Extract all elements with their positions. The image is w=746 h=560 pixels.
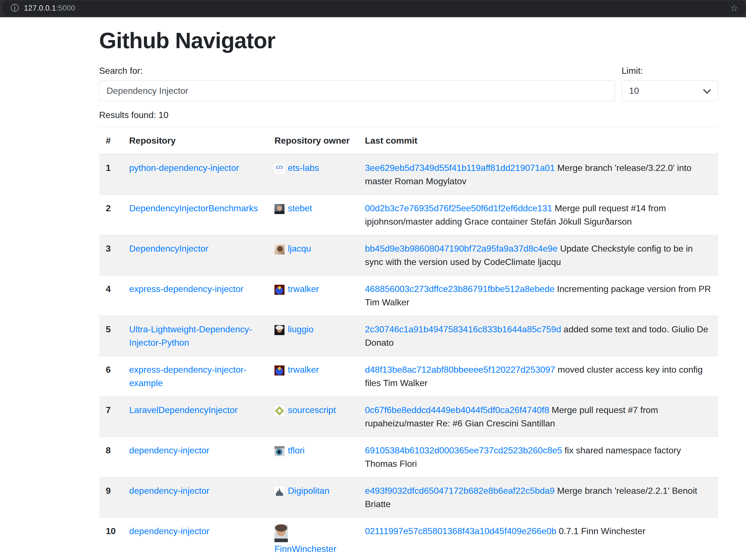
limit-group: Limit: 10 — [622, 66, 718, 101]
repo-link[interactable]: dependency-injector — [129, 526, 209, 536]
limit-select-wrap: 10 — [622, 81, 718, 101]
commit-hash-link[interactable]: 69105384b61032d000365ee737cd2523b260c8e5 — [365, 445, 562, 455]
row-number: 10 — [99, 518, 122, 560]
address-bar[interactable]: ⓘ 127.0.0.1:5000 ☆ — [3, 1, 746, 16]
commit-hash-link[interactable]: 02111997e57c85801368f43a10d45f409e266e0b — [365, 526, 556, 536]
owner-avatar — [275, 446, 285, 456]
commit-cell: bb45d9e3b98608047190bf72a95fa9a37d8c4e9e… — [358, 235, 718, 275]
repo-cell: dependency-injector — [122, 437, 268, 477]
search-form: Search for: Limit: 10 — [99, 66, 718, 101]
row-number: 1 — [99, 154, 122, 195]
repo-cell: express-dependency-injector-example — [122, 356, 268, 396]
owner-avatar — [275, 325, 285, 335]
search-input[interactable] — [99, 81, 615, 101]
repo-cell: dependency-injector — [122, 477, 268, 518]
commit-cell: 69105384b61032d000365ee737cd2523b260c8e5… — [358, 437, 718, 477]
owner-avatar — [275, 244, 285, 255]
repo-cell: express-dependency-injector — [122, 275, 268, 316]
owner-link[interactable]: ljacqu — [288, 243, 311, 254]
results-table-body: 1python-dependency-injectorets-labs3ee62… — [99, 154, 718, 560]
owner-avatar — [275, 285, 285, 295]
owner-link[interactable]: trwalker — [288, 284, 319, 294]
results-table: # Repository Repository owner Last commi… — [99, 127, 718, 560]
owner-link[interactable]: Digipolitan — [288, 486, 329, 496]
commit-hash-link[interactable]: d48f13be8ac712abf80bbeeee5f120227d253097 — [365, 364, 555, 375]
repo-link[interactable]: Ultra-Lightweight-Dependency-Injector-Py… — [129, 324, 252, 348]
repo-link[interactable]: express-dependency-injector — [129, 284, 243, 294]
repo-cell: python-dependency-injector — [122, 154, 268, 195]
table-row: 7LaravelDependencyInjectorsourcescript0c… — [99, 396, 718, 437]
repo-link[interactable]: DependencyInjector — [129, 243, 208, 254]
commit-hash-link[interactable]: 00d2b3c7e76935d76f25ee50f6d1f2ef6ddce131 — [365, 203, 552, 213]
results-table-head: # Repository Repository owner Last commi… — [99, 127, 718, 154]
col-header-owner: Repository owner — [268, 127, 358, 154]
owner-cell: FinnWinchester — [268, 518, 358, 560]
table-row: 4express-dependency-injectortrwalker4688… — [99, 275, 718, 316]
row-number: 4 — [99, 275, 122, 316]
commit-hash-link[interactable]: 0c67f6be8eddcd4449eb4044f5df0ca26f4740f8 — [365, 405, 549, 415]
row-number: 8 — [99, 437, 122, 477]
row-number: 5 — [99, 316, 122, 356]
owner-avatar — [275, 487, 285, 497]
commit-hash-link[interactable]: e493f9032dfcd65047172b682e8b6eaf22c5bda9 — [365, 486, 555, 496]
bookmark-star-icon[interactable]: ☆ — [730, 4, 738, 12]
owner-cell: stebet — [268, 195, 358, 235]
repo-link[interactable]: dependency-injector — [129, 486, 209, 496]
commit-cell: 2c30746c1a91b4947583416c833b1644a85c759d… — [358, 316, 718, 356]
table-row: 3DependencyInjectorljacqubb45d9e3b986080… — [99, 235, 718, 275]
repo-cell: LaravelDependencyInjector — [122, 396, 268, 437]
owner-link[interactable]: stebet — [288, 203, 312, 213]
commit-cell: 468856003c273dffce23b86791fbbe512a8ebede… — [358, 275, 718, 316]
repo-cell: Ultra-Lightweight-Dependency-Injector-Py… — [122, 316, 268, 356]
url-text: 127.0.0.1:5000 — [24, 4, 75, 12]
owner-link[interactable]: liuggio — [288, 324, 314, 334]
owner-cell: tflori — [268, 437, 358, 477]
repo-link[interactable]: express-dependency-injector-example — [129, 364, 247, 388]
row-number: 7 — [99, 396, 122, 437]
table-row: 5Ultra-Lightweight-Dependency-Injector-P… — [99, 316, 718, 356]
limit-label: Limit: — [622, 66, 718, 76]
owner-avatar — [275, 164, 285, 174]
commit-hash-link[interactable]: 3ee629eb5d7349d55f41b119aff81dd219071a01 — [365, 163, 555, 173]
commit-cell: 3ee629eb5d7349d55f41b119aff81dd219071a01… — [358, 154, 718, 195]
repo-link[interactable]: LaravelDependencyInjector — [129, 405, 238, 415]
row-number: 9 — [99, 477, 122, 518]
table-row: 9dependency-injectorDigipolitane493f9032… — [99, 477, 718, 518]
search-label: Search for: — [99, 66, 615, 76]
owner-avatar — [275, 406, 285, 416]
commit-cell: 02111997e57c85801368f43a10d45f409e266e0b… — [358, 518, 718, 560]
header-row: # Repository Repository owner Last commi… — [99, 127, 718, 154]
owner-cell: ets-labs — [268, 154, 358, 195]
owner-link[interactable]: trwalker — [288, 364, 319, 375]
col-header-last-commit: Last commit — [358, 127, 718, 154]
owner-cell: trwalker — [268, 275, 358, 316]
owner-avatar — [275, 524, 288, 542]
url-host: 127.0.0.1 — [24, 4, 56, 12]
repo-link[interactable]: python-dependency-injector — [129, 163, 239, 173]
owner-avatar — [275, 204, 285, 214]
owner-link[interactable]: tflori — [288, 445, 305, 455]
browser-toolbar: ⓘ 127.0.0.1:5000 ☆ — [0, 0, 746, 17]
search-group: Search for: — [99, 66, 615, 101]
owner-link[interactable]: FinnWinchester — [275, 544, 336, 554]
url-port: :5000 — [56, 4, 75, 12]
commit-hash-link[interactable]: bb45d9e3b98608047190bf72a95fa9a37d8c4e9e — [365, 243, 557, 254]
repo-cell: DependencyInjectorBenchmarks — [122, 195, 268, 235]
owner-cell: liuggio — [268, 316, 358, 356]
repo-link[interactable]: dependency-injector — [129, 445, 209, 455]
owner-link[interactable]: ets-labs — [288, 163, 319, 173]
table-row: 6express-dependency-injector-exampletrwa… — [99, 356, 718, 396]
repo-link[interactable]: DependencyInjectorBenchmarks — [129, 203, 258, 213]
col-header-repository: Repository — [122, 127, 268, 154]
commit-cell: e493f9032dfcd65047172b682e8b6eaf22c5bda9… — [358, 477, 718, 518]
page-content: Github Navigator Search for: Limit: 10 R… — [0, 17, 746, 560]
commit-cell: 00d2b3c7e76935d76f25ee50f6d1f2ef6ddce131… — [358, 195, 718, 235]
commit-hash-link[interactable]: 2c30746c1a91b4947583416c833b1644a85c759d — [365, 324, 561, 334]
commit-hash-link[interactable]: 468856003c273dffce23b86791fbbe512a8ebede — [365, 284, 554, 294]
table-row: 2DependencyInjectorBenchmarksstebet00d2b… — [99, 195, 718, 235]
owner-cell: sourcescript — [268, 396, 358, 437]
site-info-icon[interactable]: ⓘ — [10, 4, 19, 12]
page-title: Github Navigator — [99, 28, 718, 54]
limit-select[interactable]: 10 — [622, 81, 718, 101]
owner-link[interactable]: sourcescript — [288, 405, 336, 415]
